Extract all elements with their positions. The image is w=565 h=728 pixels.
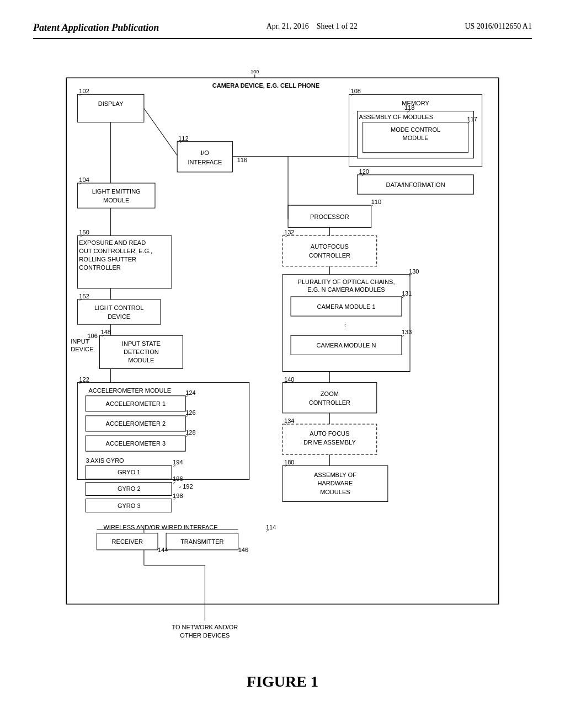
ref-114: 114 <box>266 524 276 531</box>
header-center: Apr. 21, 2016 Sheet 1 of 22 <box>266 22 358 31</box>
ref-117: 117 <box>467 116 477 122</box>
hw-modules-label1: ASSEMBLY OF <box>314 472 356 478</box>
zoom-ctrl-label1: ZOOM <box>321 390 339 397</box>
network-label2: OTHER DEVICES <box>180 632 230 639</box>
light-emitting-label2: MODULE <box>103 197 129 204</box>
gyro-3axis-label: 3 AXIS GYRO <box>86 457 124 464</box>
ref-118: 118 <box>404 104 414 111</box>
svg-line-49 <box>179 486 181 488</box>
camera-moduleN-label: CAMERA MODULE N <box>317 342 376 349</box>
ref-131: 131 <box>402 290 412 297</box>
ref-140: 140 <box>284 376 294 383</box>
ref-106: 106 <box>87 333 97 339</box>
ref-124: 124 <box>185 389 195 396</box>
camera-device-title: CAMERA DEVICE, E.G. CELL PHONE <box>212 82 319 89</box>
ref-104: 104 <box>79 176 89 183</box>
dots-separator: ⋮ <box>342 322 348 328</box>
ref-198: 198 <box>173 493 183 499</box>
ref-152: 152 <box>79 293 89 299</box>
ref-110: 110 <box>371 199 381 205</box>
input-state-label2: DETECTION <box>124 349 159 355</box>
figure-label-text: FIGURE 1 <box>247 673 318 690</box>
svg-rect-16 <box>77 183 155 208</box>
exposure-label1: EXPOSURE AND READ <box>79 239 146 246</box>
hw-modules-label3: MODULES <box>320 489 350 495</box>
ref-102: 102 <box>79 88 89 94</box>
mode-control-label2: MODULE <box>402 135 428 141</box>
header-left: Patent Application Publication <box>33 22 159 34</box>
diagram-area: text { font-family: Arial, sans-serif; f… <box>33 56 532 667</box>
figure-svg: text { font-family: Arial, sans-serif; f… <box>33 56 532 665</box>
light-ctrl-label2: DEVICE <box>108 313 130 320</box>
light-emitting-label1: LIGHT EMITTING <box>92 188 141 195</box>
ref-134: 134 <box>284 417 294 424</box>
svg-line-58 <box>144 108 177 155</box>
figure-label: FIGURE 1 <box>33 673 532 690</box>
ref-126: 126 <box>185 409 195 416</box>
header-date: Apr. 21, 2016 <box>266 22 309 30</box>
svg-rect-18 <box>282 235 377 266</box>
exposure-label2: OUT CONTROLLER, E.G., <box>79 248 152 254</box>
receiver-label: RECEIVER <box>112 538 143 545</box>
ref-116: 116 <box>237 157 247 163</box>
processor-label: PROCESSOR <box>310 213 349 220</box>
svg-rect-33 <box>282 383 377 413</box>
ref-122: 122 <box>79 376 89 383</box>
ref-108: 108 <box>351 88 361 94</box>
ref-146: 146 <box>238 547 248 553</box>
optical-chains-label1: PLURALITY OF OPTICAL CHAINS, <box>298 279 395 285</box>
ref-130: 130 <box>409 268 419 275</box>
ref-100: 100 <box>250 69 259 74</box>
network-label1: TO NETWORK AND/OR <box>172 624 238 630</box>
accel-module-label: ACCELEROMETER MODULE <box>88 387 171 394</box>
light-ctrl-label1: LIGHT CONTROL <box>94 304 143 311</box>
ref-132: 132 <box>284 229 294 235</box>
gyro1-label: GRYO 1 <box>118 469 141 475</box>
gyro2-label: GYRO 2 <box>118 485 141 492</box>
camera-module1-label: CAMERA MODULE 1 <box>317 303 375 310</box>
svg-rect-12 <box>177 142 232 172</box>
assembly-label: ASSEMBLY OF MODULES <box>359 114 433 120</box>
ref-196: 196 <box>173 475 183 482</box>
exposure-label4: CONTROLLER <box>79 264 120 271</box>
header-sheet: Sheet 1 of 22 <box>317 22 358 30</box>
zoom-ctrl-label2: CONTROLLER <box>309 399 350 406</box>
exposure-label3: ROLLING SHUTTER <box>79 256 136 263</box>
svg-rect-2 <box>77 94 144 122</box>
data-info-label: DATA/INFORMATION <box>386 181 445 188</box>
ref-120: 120 <box>359 168 369 175</box>
header-right: US 2016/0112650 A1 <box>465 22 532 31</box>
input-state-label1: INPUT STATE <box>122 340 161 347</box>
ref-150: 150 <box>79 229 89 235</box>
ref-192: 192 <box>183 483 193 490</box>
accel3-label: ACCELEROMETER 3 <box>106 440 166 447</box>
autofocus-drive-label2: DRIVE ASSEMBLY <box>303 439 356 446</box>
io-label1: I/O <box>201 149 209 156</box>
ref-180: 180 <box>284 459 294 465</box>
autofocus-ctrl-label1: AUTOFOCUS <box>311 243 349 250</box>
input-device-label2: DEVICE <box>71 346 93 352</box>
optical-chains-label2: E.G. N CAMERA MODULES <box>307 286 385 293</box>
page: Patent Application Publication Apr. 21, … <box>0 0 565 728</box>
header: Patent Application Publication Apr. 21, … <box>33 22 532 39</box>
patent-publication-label: Patent Application Publication <box>33 22 159 33</box>
accel1-label: ACCELEROMETER 1 <box>106 400 166 407</box>
input-state-label3: MODULE <box>128 357 154 363</box>
display-label: DISPLAY <box>98 100 124 107</box>
mode-control-label1: MODE CONTROL <box>391 126 440 133</box>
gyro3-label: GYRO 3 <box>118 502 141 509</box>
ref-194: 194 <box>173 459 183 465</box>
input-device-label1: INPUT <box>71 338 89 345</box>
transmitter-label: TRANSMITTER <box>180 538 223 545</box>
ref-112: 112 <box>178 135 188 142</box>
accel2-label: ACCELEROMETER 2 <box>106 420 166 427</box>
ref-148: 148 <box>101 329 111 335</box>
svg-rect-28 <box>77 299 161 324</box>
ref-133: 133 <box>402 329 412 335</box>
io-label2: INTERFACE <box>188 159 222 165</box>
ref-128: 128 <box>185 429 195 436</box>
hw-modules-label2: HARDWARE <box>317 480 353 486</box>
header-patent-number: US 2016/0112650 A1 <box>465 22 532 30</box>
autofocus-ctrl-label2: CONTROLLER <box>309 252 350 259</box>
autofocus-drive-label1: AUTO FOCUS <box>310 430 349 437</box>
